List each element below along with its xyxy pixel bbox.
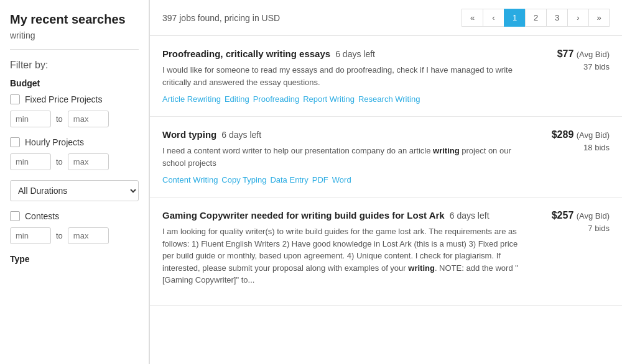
job-bids: 37 bids [529,62,610,71]
job-bids: 7 bids [529,224,610,233]
pagination-header: 397 jobs found, pricing in USD « ‹ 1 2 3… [150,0,622,36]
hourly-range: to [10,153,139,170]
job-tags: Content Writing Copy Typing Data Entry P… [162,175,519,184]
job-desc-bold: writing [433,146,460,155]
pagination: « ‹ 1 2 3 › » [462,9,610,27]
type-label: Type [10,254,139,264]
avg-bid-label: (Avg Bid) [577,211,610,221]
job-tag[interactable]: Editing [225,94,249,104]
job-description: I would like for someone to read my essa… [162,64,519,88]
job-desc-bold: writing [408,263,435,273]
job-tag[interactable]: PDF [312,175,328,184]
page-first-btn[interactable]: « [462,9,483,27]
fixed-price-label: Fixed Price Projects [25,94,102,104]
job-tag[interactable]: Word [332,175,351,184]
job-title[interactable]: Word typing 6 days left [162,129,519,140]
contests-to: to [56,231,63,240]
avg-bid-label: (Avg Bid) [577,50,610,59]
hourly-checkbox[interactable] [10,137,20,147]
job-price: $77 (Avg Bid) [529,48,610,60]
job-tag[interactable]: Article Rewriting [162,94,221,104]
job-item: Gaming Copywriter needed for writing bui… [150,198,622,306]
sidebar: My recent searches writing Filter by: Bu… [0,0,149,364]
contests-max[interactable] [68,227,109,244]
job-right: $77 (Avg Bid) 37 bids [529,48,610,104]
sidebar-divider [10,49,139,50]
fixed-price-max[interactable] [68,111,109,127]
fixed-price-checkbox[interactable] [10,94,20,104]
job-tag[interactable]: Report Writing [303,94,355,104]
fixed-price-row[interactable]: Fixed Price Projects [10,94,139,104]
fixed-price-to: to [56,114,63,124]
job-left: Gaming Copywriter needed for writing bui… [162,210,519,293]
contests-min[interactable] [10,227,51,244]
contests-row[interactable]: Contests [10,211,139,221]
contests-range: to [10,227,139,244]
main-content: 397 jobs found, pricing in USD « ‹ 1 2 3… [149,0,622,364]
fixed-price-range: to [10,111,139,127]
fixed-price-min[interactable] [10,111,51,127]
duration-select[interactable]: All Durations 1 Day 3 Days 7 Days 14 Day… [10,180,139,201]
job-tag[interactable]: Data Entry [270,175,308,184]
job-title[interactable]: Proofreading, critically writing essays … [162,48,519,59]
filter-by-label: Filter by: [10,60,139,71]
job-days-left: 6 days left [333,49,375,59]
job-title-text: Gaming Copywriter needed for writing bui… [162,210,445,221]
page-2-btn[interactable]: 2 [525,9,546,27]
job-item: Proofreading, critically writing essays … [150,36,622,117]
job-tag[interactable]: Research Writing [358,94,420,104]
job-price: $257 (Avg Bid) [529,210,610,221]
job-description: I need a content word writer to help our… [162,145,519,169]
job-tag[interactable]: Content Writing [162,175,218,184]
job-right: $289 (Avg Bid) 18 bids [529,129,610,184]
sidebar-search-term: writing [10,30,139,40]
job-description: I am looking for quality writer(s) to wr… [162,225,519,286]
job-days-left: 6 days left [219,130,261,140]
avg-bid-label: (Avg Bid) [577,130,610,140]
hourly-to: to [56,157,63,166]
job-tag[interactable]: Proofreading [253,94,299,104]
job-left: Word typing 6 days left I need a content… [162,129,519,184]
job-title-text: Word typing [162,129,216,140]
contests-checkbox[interactable] [10,211,20,221]
job-title[interactable]: Gaming Copywriter needed for writing bui… [162,210,519,221]
sidebar-title: My recent searches [10,12,139,27]
page-1-btn[interactable]: 1 [504,9,525,27]
job-left: Proofreading, critically writing essays … [162,48,519,104]
job-price: $289 (Avg Bid) [529,129,610,140]
hourly-row[interactable]: Hourly Projects [10,137,139,147]
hourly-min[interactable] [10,153,51,170]
hourly-label: Hourly Projects [25,137,84,147]
job-tags: Article Rewriting Editing Proofreading R… [162,94,519,104]
page-next-btn[interactable]: › [567,9,588,27]
page-prev-btn[interactable]: ‹ [483,9,504,27]
job-tag[interactable]: Copy Typing [221,175,266,184]
job-days-left: 6 days left [447,211,490,221]
job-bids: 18 bids [529,143,610,152]
page-last-btn[interactable]: » [588,9,610,27]
job-item: Word typing 6 days left I need a content… [150,117,622,198]
job-right: $257 (Avg Bid) 7 bids [529,210,610,293]
job-title-text: Proofreading, critically writing essays [162,48,330,59]
page-3-btn[interactable]: 3 [546,9,567,27]
budget-label: Budget [10,78,139,88]
hourly-max[interactable] [68,153,109,170]
jobs-count: 397 jobs found, pricing in USD [162,13,280,23]
contests-label: Contests [25,211,59,221]
